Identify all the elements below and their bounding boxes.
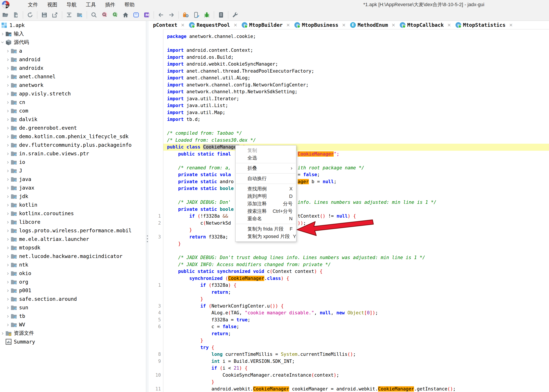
class-search-icon[interactable] — [110, 11, 120, 19]
refresh-icon[interactable] — [25, 11, 35, 19]
tree-item-de.greenrobot.event[interactable]: ›de.greenrobot.event — [0, 124, 146, 132]
chevron-right-icon[interactable]: › — [5, 254, 11, 259]
chevron-right-icon[interactable]: › — [5, 262, 11, 267]
code-area[interactable]: package anetwork.channel.cookie;import a… — [149, 29, 549, 392]
tree-item-libcore[interactable]: ›libcore — [0, 218, 146, 226]
chevron-right-icon[interactable]: › — [5, 296, 11, 302]
chevron-right-icon[interactable]: › — [5, 65, 11, 71]
tab-MethodEnum[interactable]: EMethodEnum× — [348, 21, 398, 29]
tree-item-me.ele.altriax.launcher[interactable]: ›me.ele.altriax.launcher — [0, 235, 146, 243]
tree-item-io[interactable]: ›io — [0, 158, 146, 166]
tab-MtopStatistics[interactable]: cMtopStatistics× — [453, 21, 515, 29]
add-file-icon[interactable] — [11, 11, 21, 19]
chevron-right-icon[interactable]: › — [5, 117, 11, 122]
chevron-right-icon[interactable]: › — [5, 288, 11, 293]
context-menu-item-复制为 frida 片段[interactable]: 复制为 frida 片段F — [235, 225, 296, 233]
tree-item-a[interactable]: ›a — [0, 47, 146, 55]
tree-item-WV[interactable]: ›WV — [0, 320, 146, 329]
tree-item-J[interactable]: ›J — [0, 166, 146, 175]
context-menu-item-查找用例[interactable]: 查找用例X — [235, 185, 296, 193]
tree-item-okio[interactable]: ›okio — [0, 269, 146, 278]
script-bug-icon[interactable] — [202, 11, 212, 19]
chevron-right-icon[interactable]: › — [5, 168, 11, 173]
tree-item-anet.channel[interactable]: ›anet.channel — [0, 72, 146, 81]
context-menu-item-添加注释[interactable]: 添加注释分号 — [235, 200, 296, 208]
tree-item-kotlin[interactable]: ›kotlin — [0, 201, 146, 209]
log-icon[interactable] — [216, 11, 226, 19]
context-menu-item-折叠[interactable]: 折叠› — [235, 165, 296, 172]
tree-item-net.lucode.hackware.magicindicator[interactable]: ›net.lucode.hackware.magicindicator — [0, 252, 146, 260]
tree-item-com[interactable]: ›com — [0, 106, 146, 115]
chevron-right-icon[interactable]: › — [5, 322, 11, 327]
context-menu-item-复制[interactable]: 复制 — [235, 147, 296, 154]
chevron-right-icon[interactable]: › — [5, 160, 11, 165]
context-menu-item-搜索注释[interactable]: 搜索注释Ctrl+分号 — [235, 208, 296, 215]
tree-item-kotlinx.coroutines[interactable]: ›kotlinx.coroutines — [0, 209, 146, 218]
tab-close-icon[interactable]: × — [234, 22, 237, 28]
tab-pContext[interactable]: pContext× — [151, 21, 187, 29]
chevron-right-icon[interactable]: › — [5, 245, 11, 250]
tab-close-icon[interactable]: × — [342, 22, 346, 28]
tab-close-icon[interactable]: × — [392, 22, 396, 28]
tab-close-icon[interactable]: × — [286, 22, 290, 28]
open-icon[interactable] — [0, 11, 10, 19]
tree-item-1.apk[interactable]: 1.apk — [0, 21, 146, 29]
tree-item-dalvik[interactable]: ›dalvik — [0, 115, 146, 124]
tree-item-android[interactable]: ›android — [0, 55, 146, 64]
chevron-right-icon[interactable]: › — [5, 314, 11, 319]
chevron-right-icon[interactable]: › — [5, 185, 11, 190]
context-menu-item-重命名[interactable]: 重命名N — [235, 215, 296, 223]
context-menu-item-跳到声明[interactable]: 跳到声明D — [235, 193, 296, 200]
tree-item-输入[interactable]: ›输入 — [0, 29, 146, 38]
tree-item-jdk[interactable]: ›jdk — [0, 192, 146, 201]
back-icon[interactable] — [156, 11, 166, 19]
device-icon[interactable] — [192, 11, 201, 19]
chevron-right-icon[interactable]: › — [5, 100, 11, 105]
chevron-right-icon[interactable]: › — [0, 31, 5, 36]
tree-item-资源文件[interactable]: ›资源文件 — [0, 329, 146, 337]
tree-item-源代码[interactable]: ›源代码 — [0, 38, 146, 47]
tree-item-cn[interactable]: ›cn — [0, 98, 146, 106]
collapse-icon[interactable] — [64, 11, 74, 19]
deobfuscation-icon[interactable] — [181, 11, 191, 19]
quark-icon[interactable] — [131, 11, 141, 19]
search-icon[interactable] — [89, 11, 99, 19]
save-icon[interactable] — [40, 11, 49, 19]
tree-item-sun[interactable]: ›sun — [0, 303, 146, 312]
tab-close-icon[interactable]: × — [447, 22, 451, 28]
tab-close-icon[interactable]: × — [181, 22, 185, 28]
chevron-right-icon[interactable]: › — [5, 305, 11, 310]
chevron-right-icon[interactable]: › — [5, 125, 11, 131]
home-icon[interactable] — [121, 11, 130, 19]
chevron-right-icon[interactable]: › — [5, 202, 11, 208]
tree-item-androidx[interactable]: ›androidx — [0, 64, 146, 72]
tree-item-in.srain.cube.views.ptr[interactable]: ›in.srain.cube.views.ptr — [0, 149, 146, 158]
preferences-icon[interactable] — [230, 11, 240, 19]
chevron-right-icon[interactable]: › — [5, 211, 11, 216]
chevron-right-icon[interactable]: › — [5, 48, 11, 54]
menu-item-2[interactable]: 视图 — [43, 0, 62, 9]
context-menu-item-全选[interactable]: 全选 — [235, 154, 296, 162]
tree-item-mtopsdk[interactable]: ›mtopsdk — [0, 243, 146, 252]
tree-item-org[interactable]: ›org — [0, 278, 146, 286]
tree-item-logs.proto.wireless.performance.mobil[interactable]: ›logs.proto.wireless.performance.mobil — [0, 226, 146, 235]
menu-item-3[interactable]: 导航 — [62, 0, 81, 9]
chevron-right-icon[interactable]: › — [5, 271, 11, 276]
tab-RequestPool[interactable]: cRequestPool× — [187, 21, 240, 29]
chevron-right-icon[interactable]: › — [5, 57, 11, 62]
match-icon[interactable]: M — [142, 11, 151, 19]
tab-MtopBusiness[interactable]: cMtopBusiness× — [292, 21, 348, 29]
chevron-right-icon[interactable]: › — [5, 91, 11, 96]
chevron-right-icon[interactable]: › — [5, 228, 11, 233]
chevron-right-icon[interactable]: › — [5, 74, 11, 79]
text-search-icon[interactable] — [100, 11, 109, 19]
tree-item-dev.fluttercommunity.plus.packageinfo[interactable]: ›dev.fluttercommunity.plus.packageinfo — [0, 141, 146, 149]
chevron-right-icon[interactable]: › — [5, 83, 11, 88]
tree-item-java[interactable]: ›java — [0, 175, 146, 183]
chevron-right-icon[interactable]: › — [0, 331, 5, 336]
tab-MtopCallback[interactable]: cMtopCallback× — [398, 21, 453, 29]
tree-item-demo.kotlin.com.phenix_lifecycle_sdk[interactable]: ›demo.kotlin.com.phenix_lifecycle_sdk — [0, 132, 146, 141]
context-menu-item-自动换行[interactable]: 自动换行 — [235, 175, 296, 182]
chevron-right-icon[interactable]: › — [5, 194, 11, 199]
forward-icon[interactable] — [167, 11, 176, 19]
